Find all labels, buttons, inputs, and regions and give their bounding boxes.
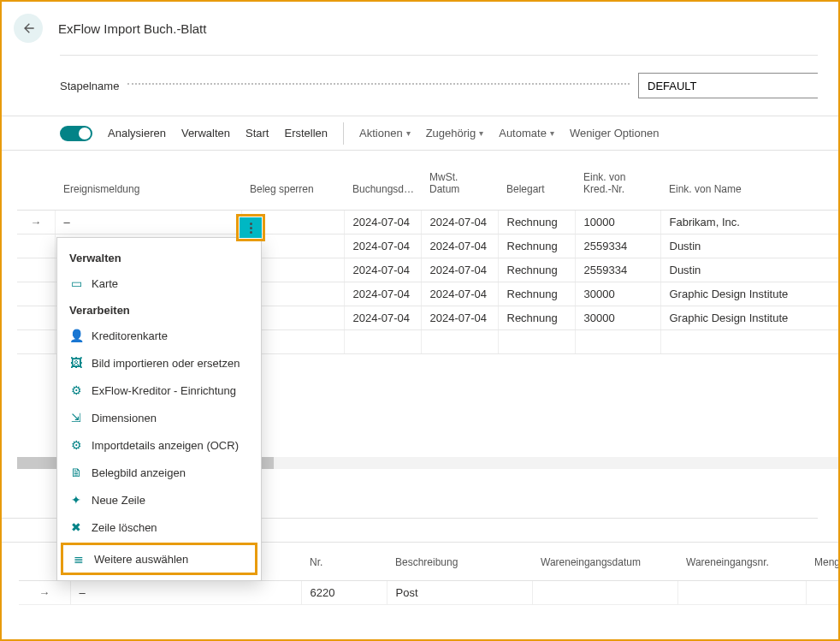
cell-name[interactable]: Graphic Design Institute [660,282,840,306]
analyse-toggle[interactable] [60,126,92,141]
cell-nr[interactable]: 6220 [301,580,387,604]
col-ereignismeldung[interactable]: Ereignismeldung [55,166,241,210]
new-line-icon: ✦ [69,493,83,507]
cell-kred[interactable]: 2559334 [575,234,660,258]
ctx-group-verarbeiten: Verarbeiten [57,297,261,322]
col-eink-name[interactable]: Eink. von Name [660,166,840,210]
cell-kred[interactable]: 30000 [575,306,660,329]
ctx-item-importdetails-ocr[interactable]: ⚙ Importdetails anzeigen (OCR) [57,431,261,459]
stapelname-input[interactable] [638,73,818,98]
cell-name[interactable]: Dustin [660,258,840,282]
back-button[interactable] [14,14,43,43]
table-row[interactable]: →–6220Post1 [19,580,840,604]
cell-belegart[interactable]: Rechnung [498,234,575,258]
row-selector[interactable] [17,282,55,306]
line-col-we-nr[interactable]: Wareneingangsnr. [677,551,806,581]
cell-buchdat[interactable]: 2024-07-04 [344,258,421,282]
gears-icon: ⚙ [69,383,83,397]
ctx-item-belegbild[interactable]: 🗎 Belegbild anzeigen [57,459,261,486]
col-kred-nr[interactable]: Eink. von Kred.-Nr. [575,166,660,210]
delete-line-icon: ✖ [69,520,83,534]
toolbar-zugehoerig[interactable]: Zugehörig▾ [426,127,484,139]
toolbar-aktionen[interactable]: Aktionen▾ [359,127,411,139]
arrow-left-icon [21,21,35,35]
cell-mwst[interactable]: 2024-07-04 [421,234,498,258]
col-buchungsdatum[interactable]: Buchungsd… [344,166,421,210]
toolbar-verwalten[interactable]: Verwalten [181,122,230,145]
table-row[interactable]: →–2024-07-042024-07-04Rechnung10000Fabri… [17,210,840,234]
toolbar-analysieren[interactable]: Analysieren [108,122,166,145]
row-selector[interactable]: → [19,580,70,604]
chevron-down-icon: ▾ [550,128,554,138]
toolbar-start[interactable]: Start [245,122,269,145]
image-import-icon: 🖼 [69,356,83,370]
line-col-we-datum[interactable]: Wareneingangsdatum [532,551,677,581]
page-title: ExFlow Import Buch.-Blatt [58,21,206,36]
toolbar-separator [343,122,344,145]
cell-buchdat[interactable]: 2024-07-04 [344,210,421,234]
cell-name[interactable]: Graphic Design Institute [660,306,840,329]
ctx-item-exflow-kreditor[interactable]: ⚙ ExFlow-Kreditor - Einrichtung [57,377,261,404]
cell-beschreibung[interactable]: Post [387,580,532,604]
ctx-item-kreditorenkarte[interactable]: 👤 Kreditorenkarte [57,322,261,349]
col-mwst-datum[interactable]: MwSt. Datum [421,166,498,210]
line-col-nr[interactable]: Nr. [301,551,387,581]
cell-mwst[interactable]: 2024-07-04 [421,258,498,282]
row-more-button[interactable] [240,217,262,238]
cell-belegart[interactable]: Rechnung [498,258,575,282]
row-selector[interactable] [17,234,55,258]
person-icon: 👤 [69,329,83,342]
card-icon: ▭ [69,276,83,290]
cell-kred[interactable]: 2559334 [575,258,660,282]
document-icon: 🗎 [69,466,83,479]
ctx-item-bild-importieren[interactable]: 🖼 Bild importieren oder ersetzen [57,349,261,377]
toolbar-automate[interactable]: Automate▾ [499,127,554,139]
highlight-box: ≣ Weitere auswählen [61,543,257,575]
ctx-item-weitere-auswaehlen[interactable]: ≣ Weitere auswählen [70,549,248,569]
row-selector[interactable]: → [17,210,55,234]
cell-kred[interactable]: 10000 [575,210,660,234]
select-more-icon: ≣ [72,552,86,566]
line-col-beschreibung[interactable]: Beschreibung [387,551,532,581]
field-dots [127,83,630,85]
cell-menge[interactable]: 1 [806,580,840,604]
cell-belegart[interactable]: Rechnung [498,282,575,306]
dimensions-icon: ⇲ [69,411,83,424]
toolbar-erstellen[interactable]: Erstellen [285,122,328,145]
cell-mwst[interactable]: 2024-07-04 [421,282,498,306]
cell-belegart[interactable]: Rechnung [498,210,575,234]
chevron-down-icon: ▾ [479,128,483,138]
cell-mwst[interactable]: 2024-07-04 [421,210,498,234]
line-col-menge[interactable]: Menge [806,551,840,581]
cell-ereignis[interactable]: – [55,210,241,234]
cell-we-datum[interactable] [532,580,677,604]
cell-mwst[interactable]: 2024-07-04 [421,306,498,329]
cell-buchdat[interactable]: 2024-07-04 [344,282,421,306]
ctx-item-zeile-loeschen[interactable]: ✖ Zeile löschen [57,513,261,541]
context-menu: Verwalten ▭ Karte Verarbeiten 👤 Kreditor… [56,237,262,581]
row-selector[interactable] [17,258,55,282]
cell-name[interactable]: Dustin [660,234,840,258]
col-beleg-sperren[interactable]: Beleg sperren [241,166,344,210]
toolbar-weniger-optionen[interactable]: Weniger Optionen [570,122,660,145]
row-selector[interactable] [17,306,55,329]
cell-kred[interactable]: 30000 [575,282,660,306]
vertical-dots-icon [250,223,252,234]
cell-belegart[interactable]: Rechnung [498,306,575,329]
cell-buchdat[interactable]: 2024-07-04 [344,306,421,329]
cell-buchdat[interactable]: 2024-07-04 [344,234,421,258]
field-label-stapelname: Stapelname [60,80,119,92]
col-belegart[interactable]: Belegart [498,166,575,210]
cell-we-nr[interactable] [677,580,806,604]
cell-placeholder[interactable]: – [70,580,301,604]
ctx-item-neue-zeile[interactable]: ✦ Neue Zeile [57,486,261,513]
gears-icon: ⚙ [69,438,83,452]
ctx-item-dimensionen[interactable]: ⇲ Dimensionen [57,404,261,431]
toolbar: Analysieren Verwalten Start Erstellen Ak… [2,116,838,151]
ctx-group-verwalten: Verwalten [57,245,261,270]
cell-name[interactable]: Fabrikam, Inc. [660,210,840,234]
ctx-item-karte[interactable]: ▭ Karte [57,270,261,297]
chevron-down-icon: ▾ [406,128,411,138]
